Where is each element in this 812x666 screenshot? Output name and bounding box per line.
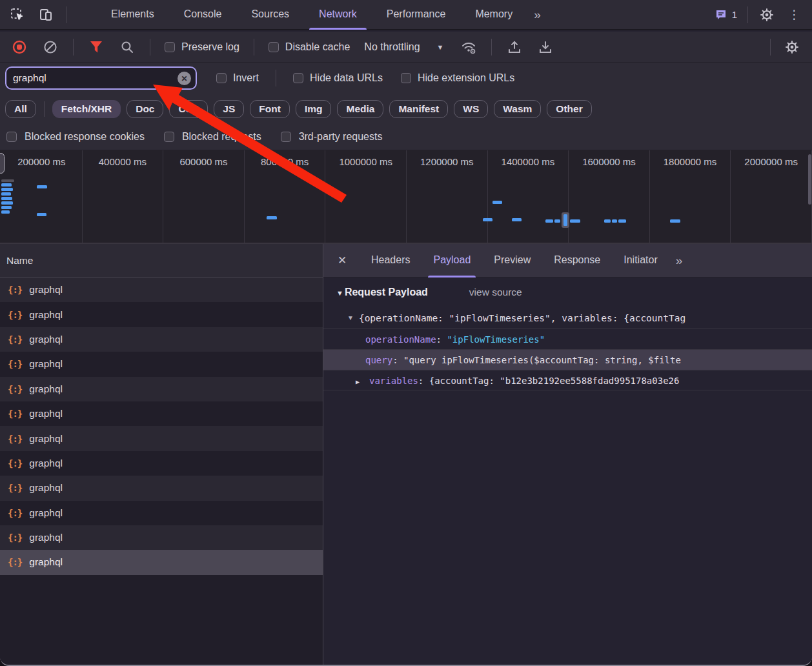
- request-row[interactable]: {:}graphql: [0, 377, 323, 401]
- waterfall-bar: [545, 219, 553, 223]
- tab-console[interactable]: Console: [169, 0, 237, 30]
- issues-counter[interactable]: 1: [715, 8, 737, 21]
- name-column-header[interactable]: Name: [0, 244, 323, 278]
- network-settings-gear-icon[interactable]: [784, 39, 800, 56]
- waterfall-bar: [554, 219, 560, 223]
- blocked-response-cookies-checkbox[interactable]: Blocked response cookies: [6, 131, 145, 143]
- filter-funnel-icon[interactable]: [88, 39, 105, 56]
- search-icon[interactable]: [119, 39, 136, 56]
- waterfall-bar: [604, 219, 611, 223]
- chip-ws[interactable]: WS: [454, 100, 488, 118]
- requests-pane: Name {:}graphql{:}graphql{:}graphql{:}gr…: [0, 244, 323, 666]
- collapse-triangle-icon[interactable]: ▼: [336, 289, 343, 297]
- disable-cache-label: Disable cache: [285, 41, 350, 53]
- invert-checkbox[interactable]: Invert: [216, 72, 259, 84]
- close-detail-icon[interactable]: ✕: [335, 254, 349, 267]
- expand-triangle-icon[interactable]: ▶: [356, 372, 369, 390]
- chip-img[interactable]: Img: [296, 100, 332, 118]
- inspect-element-icon[interactable]: [9, 6, 26, 23]
- tab-elements[interactable]: Elements: [96, 0, 169, 30]
- waterfall-bar: [37, 213, 46, 216]
- detail-tab-response[interactable]: Response: [542, 244, 612, 278]
- settings-gear-icon[interactable]: [758, 6, 775, 23]
- checkbox[interactable]: [164, 132, 174, 142]
- network-overview-timeline[interactable]: 200000 ms400000 ms600000 ms800000 ms1000…: [0, 150, 812, 244]
- timeline-resize-handle[interactable]: [0, 153, 5, 174]
- tab-performance[interactable]: Performance: [372, 0, 461, 30]
- device-toolbar-icon[interactable]: [37, 6, 54, 23]
- detail-more-tabs-icon[interactable]: »: [669, 245, 689, 276]
- payload-value: {accountTag: "b12e3b2192ee5588fdad995178…: [429, 376, 680, 386]
- filter-text-input[interactable]: graphql ✕: [5, 66, 197, 90]
- hide-extension-urls-checkbox[interactable]: Hide extension URLs: [401, 72, 514, 84]
- chip-css[interactable]: CSS: [169, 100, 208, 118]
- payload-entry-operationName[interactable]: operationName: "ipFlowTimeseries": [323, 328, 812, 349]
- waterfall-bar: [1, 188, 13, 191]
- throttling-select[interactable]: No throttling ▼: [364, 41, 443, 53]
- request-row[interactable]: {:}graphql: [0, 401, 323, 426]
- clear-network-log-button[interactable]: [42, 39, 59, 56]
- chip-media[interactable]: Media: [337, 100, 383, 118]
- payload-entry-query[interactable]: query: "query ipFlowTimeseries($accountT…: [323, 349, 812, 370]
- detail-tab-headers[interactable]: Headers: [360, 244, 421, 278]
- tab-memory[interactable]: Memory: [460, 0, 527, 30]
- chip-wasm[interactable]: Wasm: [494, 100, 541, 118]
- request-row[interactable]: {:}graphql: [0, 426, 323, 450]
- checkbox[interactable]: [401, 73, 411, 83]
- disable-cache-checkbox[interactable]: Disable cache: [269, 41, 350, 53]
- chip-font[interactable]: Font: [250, 100, 290, 118]
- request-row[interactable]: {:}graphql: [0, 525, 323, 550]
- chip-manifest[interactable]: Manifest: [389, 100, 448, 118]
- payload-entry-variables[interactable]: ▶variables: {accountTag: "b12e3b2192ee55…: [323, 370, 812, 390]
- divider: [44, 101, 45, 117]
- detail-tab-preview[interactable]: Preview: [482, 244, 542, 278]
- network-conditions-icon[interactable]: [460, 39, 477, 56]
- hide-data-urls-checkbox[interactable]: Hide data URLs: [293, 72, 383, 84]
- tab-sources[interactable]: Sources: [236, 0, 304, 30]
- view-source-link[interactable]: view source: [469, 287, 522, 298]
- request-name: graphql: [29, 383, 63, 395]
- fetch-xhr-icon: {:}: [8, 334, 22, 345]
- checkbox[interactable]: [165, 42, 175, 52]
- preserve-log-checkbox[interactable]: Preserve log: [165, 41, 239, 53]
- request-row[interactable]: {:}graphql: [0, 352, 323, 376]
- checkbox[interactable]: [6, 132, 17, 142]
- checkbox[interactable]: [216, 73, 227, 83]
- checkbox[interactable]: [293, 73, 303, 83]
- kebab-menu-icon[interactable]: ⋮: [786, 7, 803, 22]
- request-row[interactable]: {:}graphql: [0, 451, 323, 476]
- payload-preview-row[interactable]: ▼ {operationName: "ipFlowTimeseries", va…: [323, 307, 812, 328]
- timeline-tick-label: 1000000 ms: [325, 150, 407, 243]
- waterfall-bar: [670, 219, 680, 223]
- checkbox-label: 3rd-party requests: [299, 131, 383, 143]
- checkbox[interactable]: [269, 42, 279, 52]
- chip-all[interactable]: All: [5, 100, 36, 118]
- export-har-icon[interactable]: [537, 39, 554, 56]
- timeline-tick-label: 200000 ms: [1, 150, 83, 243]
- 3rd-party-requests-checkbox[interactable]: 3rd-party requests: [281, 131, 383, 143]
- checkbox[interactable]: [281, 132, 291, 142]
- request-row[interactable]: {:}graphql: [0, 278, 323, 302]
- request-row[interactable]: {:}graphql: [0, 476, 323, 500]
- clear-filter-icon[interactable]: ✕: [178, 72, 191, 85]
- chip-other[interactable]: Other: [547, 100, 591, 118]
- tab-network[interactable]: Network: [304, 0, 372, 30]
- request-row[interactable]: {:}graphql: [0, 302, 323, 327]
- detail-tabs: HeadersPayloadPreviewResponseInitiator: [360, 244, 669, 278]
- import-har-icon[interactable]: [506, 39, 523, 56]
- chip-js[interactable]: JS: [214, 100, 244, 118]
- timeline-tick-label: 1400000 ms: [488, 150, 569, 243]
- more-tabs-icon[interactable]: »: [527, 0, 547, 30]
- blocked-requests-checkbox[interactable]: Blocked requests: [164, 131, 261, 143]
- request-row[interactable]: {:}graphql: [0, 550, 323, 574]
- timeline-scrollbar[interactable]: [808, 154, 811, 205]
- chip-doc[interactable]: Doc: [127, 100, 163, 118]
- panel-tabs: ElementsConsoleSourcesNetworkPerformance…: [96, 0, 527, 30]
- detail-tab-payload[interactable]: Payload: [421, 244, 482, 278]
- request-row[interactable]: {:}graphql: [0, 501, 323, 525]
- collapse-triangle-icon[interactable]: ▼: [347, 314, 354, 321]
- record-network-log-button[interactable]: [11, 39, 28, 56]
- detail-tab-initiator[interactable]: Initiator: [612, 244, 669, 278]
- request-row[interactable]: {:}graphql: [0, 327, 323, 352]
- chip-fetch-xhr[interactable]: Fetch/XHR: [52, 100, 121, 118]
